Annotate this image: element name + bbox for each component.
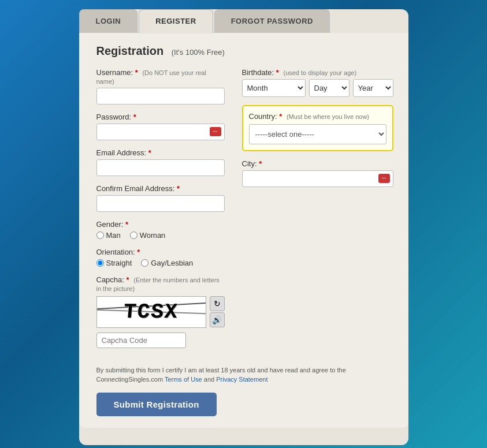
- gender-label: Gender: *: [96, 220, 225, 229]
- gender-radio-group: Man Woman: [96, 231, 225, 240]
- birthdate-required: *: [276, 68, 279, 77]
- orientation-radio-group: Straight Gay/Lesbian: [96, 259, 225, 267]
- capcha-image: TCSX: [96, 296, 206, 328]
- gender-man-text: Man: [106, 231, 121, 240]
- orientation-gay-text: Gay/Lesbian: [151, 259, 193, 267]
- email-label: Email Address: *: [96, 148, 225, 157]
- username-label: Username: * (Do NOT use your real name): [96, 68, 225, 85]
- capcha-group: Capcha: * (Enter the numbers and letters…: [96, 275, 225, 348]
- terms-of-use-link[interactable]: Terms of Use: [165, 376, 202, 383]
- orientation-group: Orientation: * Straight Gay/Lesbian: [96, 248, 225, 267]
- gender-group: Gender: * Man Woman: [96, 220, 225, 240]
- capcha-label: Capcha: * (Enter the numbers and letters…: [96, 275, 225, 293]
- capcha-required: *: [127, 275, 129, 284]
- capcha-image-text: TCSX: [122, 300, 179, 324]
- confirm-email-label: Confirm Email Address: *: [96, 184, 225, 193]
- password-icon[interactable]: ···: [210, 127, 221, 136]
- confirm-email-input[interactable]: [96, 195, 225, 212]
- terms-text: By submitting this form I certify I am a…: [96, 365, 391, 384]
- city-icon[interactable]: ···: [378, 174, 390, 183]
- confirm-email-required: *: [177, 184, 180, 193]
- city-required: *: [259, 159, 262, 168]
- country-box: Country: * (Must be where you live now) …: [242, 105, 393, 151]
- orientation-straight-label[interactable]: Straight: [96, 259, 132, 267]
- capcha-input[interactable]: [96, 333, 186, 348]
- birthdate-label: Birthdate: * (used to display your age): [242, 68, 393, 77]
- username-group: Username: * (Do NOT use your real name): [96, 68, 225, 104]
- privacy-statement-link[interactable]: Privacy Statement: [216, 376, 267, 383]
- password-input[interactable]: [96, 124, 225, 140]
- capcha-refresh-button[interactable]: ↻: [210, 296, 225, 311]
- password-label: Password: *: [96, 113, 225, 121]
- right-column: Birthdate: * (used to display your age) …: [242, 68, 393, 356]
- gender-woman-radio[interactable]: [130, 232, 137, 239]
- email-required: *: [148, 148, 151, 157]
- country-select[interactable]: -----select one----- United States Unite…: [249, 124, 386, 144]
- password-group: Password: * ···: [96, 113, 225, 140]
- confirm-email-group: Confirm Email Address: *: [96, 184, 225, 212]
- password-required: *: [133, 113, 136, 121]
- birthdate-selects: Month JanuaryFebruaryMarch AprilMayJune …: [242, 79, 393, 97]
- city-input-wrapper: ···: [242, 170, 393, 187]
- capcha-controls: ↻ 🔊: [210, 296, 225, 327]
- city-input[interactable]: [242, 170, 393, 187]
- reg-subtitle: (It's 100% Free): [172, 48, 225, 57]
- username-input[interactable]: [96, 88, 225, 104]
- password-input-wrapper: ···: [96, 124, 225, 140]
- birthdate-month-select[interactable]: Month JanuaryFebruaryMarch AprilMayJune …: [242, 79, 306, 97]
- capcha-audio-button[interactable]: 🔊: [210, 312, 225, 327]
- gender-man-label[interactable]: Man: [96, 231, 121, 240]
- tab-forgot-password[interactable]: FORGOT PASSWORD: [214, 9, 330, 33]
- tab-login[interactable]: LOGIN: [79, 9, 138, 33]
- gender-required: *: [125, 220, 128, 229]
- capcha-image-row: TCSX ↻ 🔊: [96, 296, 225, 328]
- country-label: Country: * (Must be where you live now): [249, 112, 386, 121]
- gender-woman-text: Woman: [140, 231, 166, 240]
- birthdate-day-select[interactable]: Day 12345 678910 1112131415 1617181920 2…: [309, 79, 350, 97]
- username-required: *: [135, 68, 138, 77]
- tab-register[interactable]: REGISTER: [139, 9, 213, 33]
- orientation-gay-label[interactable]: Gay/Lesbian: [141, 259, 193, 267]
- submit-button[interactable]: Submit Registration: [96, 393, 217, 416]
- form-grid: Username: * (Do NOT use your real name) …: [96, 68, 391, 356]
- form-area: Registration (It's 100% Free) Username: …: [79, 33, 408, 428]
- city-label: City: *: [242, 159, 393, 168]
- email-group: Email Address: *: [96, 148, 225, 176]
- gender-woman-label[interactable]: Woman: [130, 231, 166, 240]
- email-input[interactable]: [96, 159, 225, 176]
- registration-page: LOGIN REGISTER FORGOT PASSWORD Registrat…: [79, 9, 408, 445]
- orientation-straight-radio[interactable]: [96, 259, 104, 267]
- left-column: Username: * (Do NOT use your real name) …: [96, 68, 225, 356]
- birthdate-hint: (used to display your age): [283, 69, 356, 76]
- gender-man-radio[interactable]: [96, 232, 104, 239]
- tab-bar: LOGIN REGISTER FORGOT PASSWORD: [79, 9, 408, 33]
- country-required: *: [279, 112, 282, 121]
- city-group: City: * ···: [242, 159, 393, 187]
- birthdate-group: Birthdate: * (used to display your age) …: [242, 68, 393, 97]
- country-hint: (Must be where you live now): [287, 113, 369, 120]
- orientation-straight-text: Straight: [106, 259, 132, 267]
- orientation-required: *: [137, 248, 140, 256]
- orientation-gay-radio[interactable]: [141, 259, 148, 267]
- orientation-label: Orientation: *: [96, 248, 225, 256]
- birthdate-year-select[interactable]: Year 2005200420032002 2001200019991998 1…: [353, 79, 393, 97]
- page-title: Registration (It's 100% Free): [96, 44, 391, 58]
